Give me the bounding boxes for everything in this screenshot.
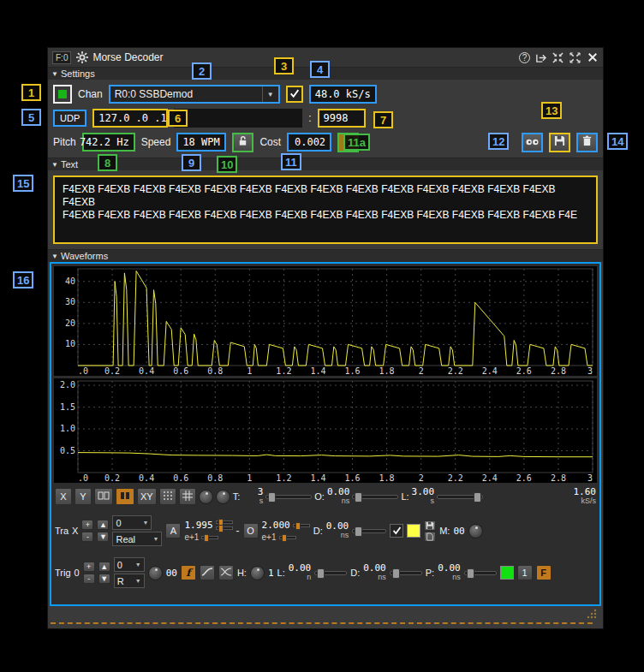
trigger-add-button[interactable]: + <box>83 562 95 572</box>
lock-button[interactable] <box>232 133 253 152</box>
svg-text:0.6: 0.6 <box>173 366 188 376</box>
amp-sep-label: - <box>236 525 240 537</box>
help-icon[interactable]: ? <box>519 52 530 63</box>
trigger-remove-button[interactable]: - <box>83 574 95 584</box>
lock-icon <box>237 135 248 149</box>
slider-handle[interactable] <box>355 492 362 503</box>
shrink-icon[interactable] <box>552 51 564 64</box>
frame-index-chip[interactable]: F:0 <box>52 51 71 64</box>
trace-delay-slider[interactable] <box>352 529 386 533</box>
gear-icon[interactable] <box>75 51 88 64</box>
pretrigger-slider[interactable] <box>464 571 497 575</box>
svg-text:40: 40 <box>65 277 75 286</box>
scope-xy-button[interactable]: XY <box>137 488 157 505</box>
trigger-down-button[interactable]: ▼ <box>98 574 110 584</box>
channel-select[interactable]: R0:0 SSBDemod ▼ <box>109 85 280 104</box>
maximize-icon[interactable] <box>569 51 581 64</box>
trigger-count-select[interactable]: 0▼ <box>114 557 145 572</box>
udp-address-field[interactable]: 127.0 .0 .1 <box>92 109 168 128</box>
save-button[interactable] <box>549 133 570 152</box>
grid-intensity-knob[interactable] <box>199 490 213 504</box>
trace-mode-select[interactable]: Real▼ <box>112 532 162 546</box>
decoded-text-area[interactable]: F4EXB F4EXB F4EXB F4EXB F4EXB F4EXB F4EX… <box>53 175 598 244</box>
collapse-arrow-icon: ▼ <box>51 253 58 260</box>
offset-slider[interactable] <box>293 524 310 527</box>
close-icon[interactable] <box>586 51 599 64</box>
svg-text:1.6: 1.6 <box>345 366 361 376</box>
clear-button[interactable] <box>576 133 598 152</box>
time-base-slider[interactable] <box>265 495 312 499</box>
trace-axis-label: X <box>72 526 78 536</box>
slider-handle[interactable] <box>317 568 325 579</box>
holdoff-label: H: <box>237 568 247 578</box>
offset-exp-slider[interactable] <box>279 536 296 539</box>
holdoff-knob[interactable] <box>250 566 265 580</box>
svg-text:1.2: 1.2 <box>276 366 291 376</box>
one-shot-count-button[interactable]: 1 <box>517 565 533 580</box>
grid-dots-button[interactable] <box>159 488 176 505</box>
text-section-header[interactable]: ▼ Text <box>48 158 603 170</box>
cost-value[interactable]: 0.002 <box>287 133 331 152</box>
trace-view-checkbox[interactable] <box>390 524 403 538</box>
trigger-up-button[interactable]: ▲ <box>98 562 110 572</box>
trigger-level-value: 0.00n <box>289 564 312 581</box>
svg-text:30: 30 <box>65 297 75 306</box>
annotation-15: 15 <box>13 175 33 192</box>
trigger-level-slider[interactable] <box>314 571 347 575</box>
start-stop-button[interactable] <box>53 85 72 104</box>
trigger-delay-slider[interactable] <box>390 571 422 575</box>
settings-section-header[interactable]: ▼ Settings <box>48 67 603 80</box>
pretrigger-label: P: <box>426 568 434 578</box>
resize-grip[interactable] <box>584 606 598 623</box>
trace-controls: Tra X + - ▲ ▼ 0▼ Real▼ A 1.995 e+1 - <box>51 511 599 550</box>
amp-range-button[interactable]: A <box>165 523 181 538</box>
svg-text:0.4: 0.4 <box>139 366 154 376</box>
save-icon <box>554 135 565 149</box>
amp-fine-slider[interactable] <box>216 526 233 530</box>
trace-remove-button[interactable]: - <box>81 532 93 542</box>
trigger-count-knob[interactable] <box>148 566 163 580</box>
waveforms-section-header[interactable]: ▼ Waveforms <box>48 249 603 262</box>
trigger-projection-select[interactable]: R▼ <box>114 574 145 588</box>
trigger-edge-button[interactable] <box>200 565 215 580</box>
trigger-color-swatch[interactable] <box>500 566 514 580</box>
view-all-button[interactable] <box>522 133 543 152</box>
trigger-condition-button[interactable]: f <box>181 565 196 580</box>
trace-index-select[interactable]: 0▼ <box>112 515 152 530</box>
slider-handle[interactable] <box>467 568 474 579</box>
resize-edge-highlight[interactable] <box>51 622 593 624</box>
display-split-button[interactable] <box>94 488 113 505</box>
slider-handle[interactable] <box>474 492 481 503</box>
scope-x-button[interactable]: X <box>55 488 72 505</box>
trace-length-slider[interactable] <box>437 495 483 499</box>
offset-value-group: 2.000 e+1 <box>262 520 310 542</box>
grid-lines-button[interactable] <box>179 488 196 505</box>
load-trace-icon[interactable] <box>424 532 436 542</box>
time-offset-slider[interactable] <box>352 495 398 499</box>
channel-select-value: R0:0 SSBDemod <box>115 88 193 100</box>
display-stacked-button[interactable] <box>116 488 134 505</box>
function-button[interactable]: f <box>337 133 359 152</box>
detach-icon[interactable] <box>534 51 547 64</box>
trace-color-swatch[interactable] <box>407 524 420 538</box>
trace-intensity-knob[interactable] <box>216 490 230 504</box>
offset-range-button[interactable]: O <box>243 523 259 538</box>
trace-down-button[interactable]: ▼ <box>97 532 109 542</box>
slider-handle[interactable] <box>268 492 276 503</box>
channel-link-checkbox[interactable] <box>286 86 303 103</box>
udp-address-field-extension[interactable] <box>174 109 302 128</box>
scope-y-button[interactable]: Y <box>75 488 92 505</box>
amp-exp-slider[interactable] <box>201 536 218 539</box>
save-trace-icon[interactable] <box>424 520 436 531</box>
trace-up-button[interactable]: ▲ <box>97 520 109 530</box>
trigger-both-edges-button[interactable] <box>218 565 234 580</box>
memory-knob[interactable] <box>468 524 483 538</box>
amp-coarse-slider[interactable] <box>216 520 233 524</box>
slider-handle[interactable] <box>392 568 400 579</box>
udp-port-field[interactable]: 9998 <box>318 109 366 128</box>
freerun-button[interactable]: F <box>536 565 552 580</box>
trigger-projection-value: R <box>117 576 124 586</box>
svg-text:2.4: 2.4 <box>482 366 498 376</box>
slider-handle[interactable] <box>355 526 362 537</box>
trace-add-button[interactable]: + <box>81 520 93 530</box>
